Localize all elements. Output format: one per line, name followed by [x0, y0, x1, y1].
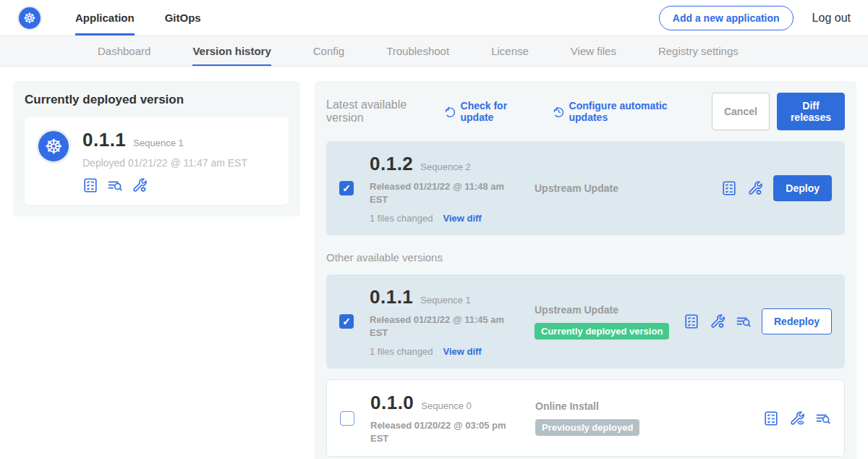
diff-releases-button[interactable]: Diff releases — [777, 93, 845, 130]
version-row-0-1-0: 0.1.0 Sequence 0 Released 01/20/22 @ 03:… — [326, 379, 845, 457]
version-actions: Deploy — [721, 175, 832, 201]
subnav-config-label: Config — [313, 45, 344, 57]
version-source: Online Install Previously deployed — [535, 400, 639, 436]
edit-config-icon[interactable] — [747, 180, 763, 196]
deploy-button[interactable]: Deploy — [773, 175, 832, 201]
files-changed-label: 1 files changed — [370, 346, 433, 357]
schedule-update-icon — [553, 106, 565, 118]
check-for-update-label: Check for update — [461, 100, 532, 123]
subnav-item-version-history[interactable]: Version history — [192, 36, 271, 66]
tab-application-label: Application — [75, 12, 135, 24]
main-content: Currently deployed version ☸ 0.1.1 Seque… — [0, 67, 868, 459]
preflight-checks-icon[interactable] — [82, 177, 98, 193]
latest-available-title: Latest available version — [326, 98, 434, 125]
previously-deployed-badge: Previously deployed — [535, 419, 639, 436]
sequence-label: Sequence 0 — [421, 400, 471, 411]
tab-gitops[interactable]: GitOps — [165, 0, 201, 35]
deployed-version-info: 0.1.1 Sequence 1 Deployed 01/21/22 @ 11:… — [82, 129, 247, 193]
subnav-license-label: License — [491, 45, 529, 57]
subnav-item-dashboard[interactable]: Dashboard — [98, 36, 150, 66]
subnav-troubleshoot-label: Troubleshoot — [386, 45, 449, 57]
redeploy-button[interactable]: Redeploy — [762, 308, 832, 334]
version-number: 0.1.1 — [370, 286, 413, 308]
configure-automatic-updates-label: Configure automatic updates — [569, 100, 692, 123]
source-label: Online Install — [535, 400, 639, 412]
version-actions: Redeploy — [684, 308, 832, 334]
deploy-logs-icon[interactable] — [107, 177, 123, 193]
currently-deployed-badge: Currently deployed version — [535, 323, 669, 340]
subnav-registry-settings-label: Registry settings — [658, 45, 739, 57]
version-info: 0.1.1 Sequence 1 Released 01/21/22 @ 11:… — [370, 286, 514, 357]
refresh-icon — [444, 106, 456, 118]
source-label: Upstream Update — [535, 182, 618, 194]
check-for-update-link[interactable]: Check for update — [444, 100, 532, 123]
header-right: Add a new application Log out — [659, 0, 851, 35]
subnav-item-config[interactable]: Config — [313, 36, 344, 66]
sequence-label: Sequence 1 — [420, 295, 470, 306]
currently-deployed-panel: Currently deployed version ☸ 0.1.1 Seque… — [13, 81, 300, 216]
add-application-button[interactable]: Add a new application — [659, 6, 793, 30]
version-checkbox[interactable]: ✓ — [339, 314, 354, 329]
view-config-icon[interactable] — [789, 410, 805, 426]
subnav-version-history-label: Version history — [192, 45, 271, 57]
tab-application[interactable]: Application — [75, 0, 135, 35]
version-checkbox[interactable] — [340, 411, 354, 426]
deployed-sequence-label: Sequence 1 — [133, 138, 183, 148]
app-icon: ☸ — [36, 129, 71, 164]
edit-config-icon[interactable] — [132, 177, 148, 193]
version-row-0-1-1: ✓ 0.1.1 Sequence 1 Released 01/21/22 @ 1… — [326, 274, 845, 369]
sequence-label: Sequence 2 — [420, 161, 470, 172]
deployed-timestamp: Deployed 01/21/22 @ 11:47 am EST — [82, 157, 247, 169]
released-timestamp: Released 01/20/22 @ 03:05 pm EST — [370, 419, 515, 445]
version-info: 0.1.0 Sequence 0 Released 01/20/22 @ 03:… — [370, 392, 515, 445]
tab-gitops-label: GitOps — [165, 12, 201, 24]
preflight-checks-icon[interactable] — [763, 410, 779, 426]
deploy-logs-icon[interactable] — [815, 410, 831, 426]
view-diff-link[interactable]: View diff — [443, 346, 481, 357]
latest-available-header: Latest available version Check for updat… — [326, 93, 845, 130]
version-checkbox[interactable]: ✓ — [339, 181, 354, 195]
released-timestamp: Released 01/21/22 @ 11:48 am EST — [370, 180, 514, 206]
subnav-item-view-files[interactable]: View files — [571, 36, 616, 66]
subnav-view-files-label: View files — [571, 45, 616, 57]
view-diff-link[interactable]: View diff — [443, 213, 481, 224]
subnav-item-troubleshoot[interactable]: Troubleshoot — [386, 36, 449, 66]
released-timestamp: Released 01/21/22 @ 11:45 am EST — [370, 313, 514, 339]
version-number: 0.1.0 — [370, 392, 414, 414]
version-info: 0.1.2 Sequence 2 Released 01/21/22 @ 11:… — [370, 153, 514, 224]
deploy-logs-icon[interactable] — [736, 313, 752, 329]
edit-config-icon[interactable] — [710, 313, 726, 329]
version-source: Upstream Update — [535, 182, 618, 194]
other-versions-title: Other available versions — [326, 251, 845, 264]
deployed-version-number: 0.1.1 — [82, 129, 126, 151]
version-source: Upstream Update Currently deployed versi… — [535, 304, 669, 340]
version-row-0-1-2: ✓ 0.1.2 Sequence 2 Released 01/21/22 @ 1… — [326, 141, 845, 235]
subnav-dashboard-label: Dashboard — [98, 45, 150, 57]
files-changed-label: 1 files changed — [370, 213, 433, 224]
source-label: Upstream Update — [535, 304, 669, 316]
currently-deployed-title: Currently deployed version — [25, 93, 289, 107]
cancel-button[interactable]: Cancel — [712, 93, 770, 130]
preflight-checks-icon[interactable] — [721, 180, 737, 196]
deployed-version-card: ☸ 0.1.1 Sequence 1 Deployed 01/21/22 @ 1… — [25, 117, 289, 205]
subnav-item-license[interactable]: License — [491, 36, 529, 66]
kubernetes-logo-icon: ☸ — [17, 6, 42, 30]
header-tabs: Application GitOps — [75, 0, 201, 35]
version-number: 0.1.2 — [370, 153, 413, 175]
app-header: ☸ Application GitOps Add a new applicati… — [0, 0, 868, 36]
version-actions — [763, 410, 831, 426]
preflight-checks-icon[interactable] — [684, 313, 699, 329]
configure-automatic-updates-link[interactable]: Configure automatic updates — [553, 100, 692, 123]
subnav-item-registry-settings[interactable]: Registry settings — [658, 36, 739, 66]
available-versions-panel: Latest available version Check for updat… — [315, 81, 856, 459]
logout-link[interactable]: Log out — [812, 12, 851, 25]
app-subnav: Dashboard Version history Config Trouble… — [0, 36, 868, 67]
